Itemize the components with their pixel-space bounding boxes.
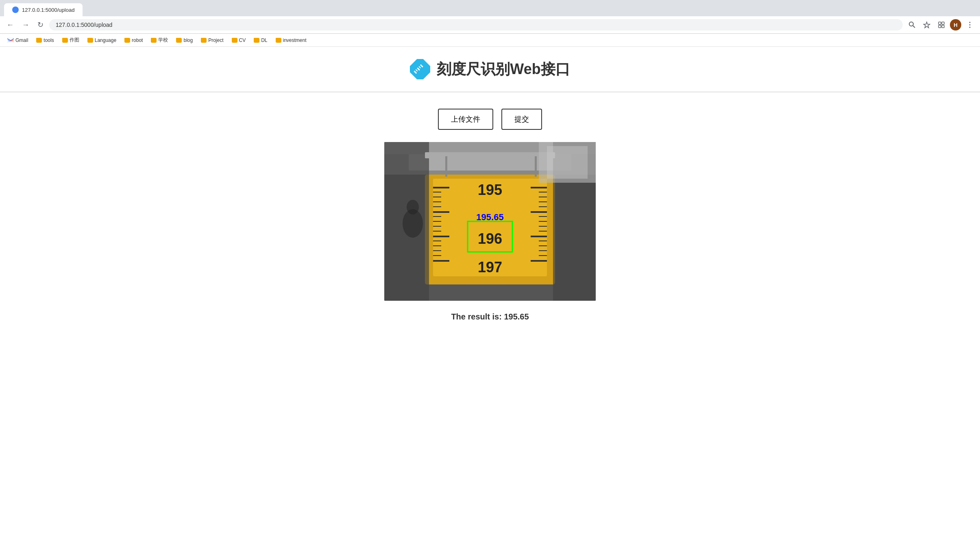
reload-button[interactable]: ↻ — [35, 19, 46, 31]
bookmark-xuexiao[interactable]: 学校 — [148, 35, 171, 45]
svg-rect-51 — [539, 241, 547, 241]
svg-rect-27 — [433, 201, 441, 202]
app-title-container: 刻度尺识别Web接口 — [0, 59, 980, 79]
user-avatar[interactable]: H — [950, 19, 961, 31]
extensions-icon[interactable] — [935, 20, 947, 30]
svg-rect-30 — [433, 216, 441, 217]
folder-icon — [124, 38, 130, 43]
gauge-image-svg: 195 196 197 195.65 — [384, 142, 596, 301]
svg-rect-41 — [539, 192, 547, 192]
browser-frame: 127.0.0.1:5000/upload ← → ↻ H Gmai — [0, 0, 980, 538]
svg-rect-66 — [445, 156, 447, 177]
svg-rect-67 — [535, 156, 537, 177]
bookmark-robot[interactable]: robot — [121, 36, 146, 44]
svg-rect-25 — [433, 192, 441, 192]
svg-rect-5 — [942, 25, 944, 28]
submit-button[interactable]: 提交 — [501, 109, 542, 130]
svg-rect-24 — [433, 187, 449, 188]
bookmark-gmail-label: Gmail — [15, 37, 28, 43]
bookmark-investment[interactable]: investment — [272, 36, 310, 44]
result-image-container: 195 196 197 195.65 — [384, 142, 596, 301]
folder-icon — [276, 38, 281, 43]
svg-text:197: 197 — [478, 259, 502, 276]
bookmark-robot-label: robot — [132, 37, 143, 43]
app-header: 刻度尺识别Web接口 — [0, 47, 980, 92]
bookmark-investment-label: investment — [283, 37, 307, 43]
bookmark-star-icon[interactable] — [921, 20, 933, 30]
folder-icon — [254, 38, 259, 43]
bookmark-cv[interactable]: CV — [229, 36, 249, 44]
page-content: 刻度尺识别Web接口 上传文件 提交 — [0, 47, 980, 538]
bookmark-language[interactable]: Language — [84, 36, 120, 44]
bookmark-blog-label: blog — [183, 37, 193, 43]
folder-icon — [232, 38, 237, 43]
svg-text:195.65: 195.65 — [476, 212, 503, 222]
svg-rect-45 — [531, 211, 547, 213]
svg-rect-69 — [547, 146, 588, 179]
app-title: 刻度尺识别Web接口 — [437, 59, 570, 79]
svg-rect-34 — [433, 236, 449, 237]
main-content: 上传文件 提交 — [0, 92, 980, 338]
bookmark-gmail[interactable]: Gmail Gmail — [4, 36, 31, 44]
svg-rect-36 — [433, 245, 441, 246]
svg-rect-3 — [942, 22, 944, 24]
tab-favicon — [12, 7, 19, 13]
svg-rect-26 — [433, 197, 441, 197]
svg-point-7 — [969, 24, 971, 26]
svg-rect-4 — [939, 25, 941, 28]
address-bar-row: ← → ↻ H — [0, 16, 980, 34]
svg-rect-44 — [539, 206, 547, 207]
folder-icon — [62, 38, 68, 43]
svg-rect-46 — [539, 216, 547, 217]
svg-rect-38 — [433, 255, 441, 256]
svg-rect-35 — [433, 241, 441, 241]
menu-icon[interactable] — [964, 20, 976, 30]
svg-rect-40 — [531, 187, 547, 188]
svg-rect-31 — [433, 221, 441, 222]
svg-rect-52 — [539, 245, 547, 246]
active-tab[interactable]: 127.0.0.1:5000/upload — [4, 3, 83, 16]
svg-text:Gmail: Gmail — [8, 39, 14, 42]
bookmarks-bar: Gmail Gmail tools 作图 Language robot 学校 b… — [0, 34, 980, 47]
search-icon[interactable] — [906, 20, 918, 30]
folder-icon — [36, 38, 42, 43]
svg-point-6 — [969, 22, 971, 23]
svg-rect-48 — [539, 226, 547, 227]
svg-rect-33 — [433, 231, 441, 232]
bookmark-tools[interactable]: tools — [33, 36, 57, 44]
bookmark-project[interactable]: Project — [198, 36, 226, 44]
back-button[interactable]: ← — [4, 19, 16, 31]
folder-icon — [87, 38, 93, 43]
svg-rect-39 — [433, 260, 449, 262]
bookmark-dl[interactable]: DL — [250, 36, 270, 44]
svg-rect-2 — [939, 22, 941, 24]
bookmark-zuotu[interactable]: 作图 — [59, 35, 83, 45]
svg-rect-47 — [539, 221, 547, 222]
folder-icon — [176, 38, 182, 43]
result-text: The result is: 195.65 — [451, 312, 529, 321]
svg-rect-49 — [539, 231, 547, 232]
tab-bar: 127.0.0.1:5000/upload — [0, 0, 980, 16]
upload-button[interactable]: 上传文件 — [438, 109, 493, 130]
svg-point-8 — [969, 27, 971, 28]
folder-icon — [201, 38, 207, 43]
btn-row: 上传文件 提交 — [438, 109, 542, 130]
svg-point-64 — [407, 200, 419, 214]
bookmark-blog[interactable]: blog — [173, 36, 196, 44]
svg-rect-28 — [433, 206, 441, 207]
bookmark-language-label: Language — [95, 37, 116, 43]
svg-rect-55 — [531, 260, 547, 262]
svg-text:195: 195 — [478, 182, 502, 198]
forward-button[interactable]: → — [20, 19, 32, 31]
svg-rect-42 — [539, 197, 547, 197]
svg-text:196: 196 — [478, 230, 502, 247]
toolbar-icons: H — [906, 19, 976, 31]
folder-icon — [151, 38, 157, 43]
bookmark-zuotu-label: 作图 — [70, 37, 79, 44]
svg-rect-53 — [539, 250, 547, 251]
bookmark-tools-label: tools — [44, 37, 54, 43]
address-input[interactable] — [49, 19, 903, 31]
svg-rect-32 — [433, 226, 441, 227]
bookmark-project-label: Project — [208, 37, 223, 43]
svg-line-1 — [913, 26, 915, 28]
